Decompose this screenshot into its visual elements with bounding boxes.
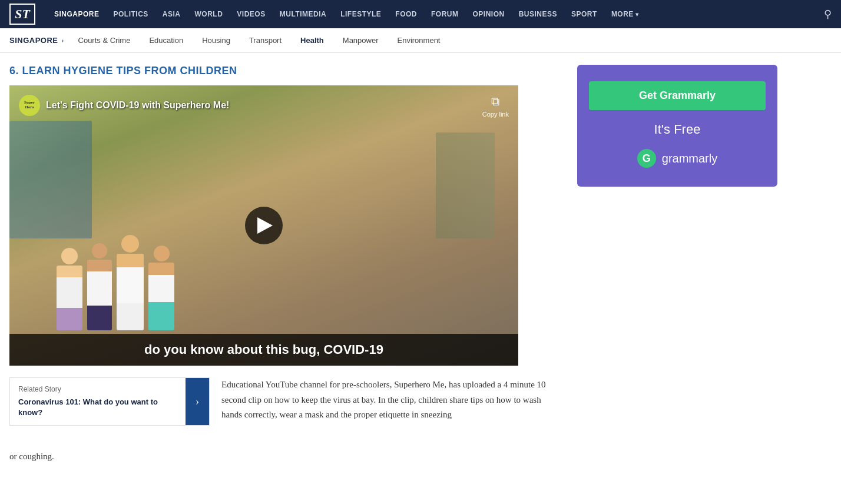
sub-nav-education[interactable]: Education xyxy=(140,28,193,53)
article-footer-text: or coughing. xyxy=(9,449,563,465)
sub-nav-transport[interactable]: Transport xyxy=(240,28,291,53)
child-2 xyxy=(87,243,112,330)
head-1 xyxy=(61,248,78,264)
search-icon[interactable]: ⚲ xyxy=(824,8,832,21)
play-button[interactable] xyxy=(245,207,283,244)
nav-more[interactable]: MORE ▾ xyxy=(604,0,646,28)
body-2 xyxy=(87,260,112,330)
head-2 xyxy=(92,243,107,258)
top-nav-links: SINGAPORE POLITICS ASIA WORLD VIDEOS MUL… xyxy=(47,0,824,28)
nav-politics[interactable]: POLITICS xyxy=(107,0,155,28)
nav-multimedia[interactable]: MULTIMEDIA xyxy=(273,0,333,28)
nav-opinion[interactable]: OPINION xyxy=(466,0,512,28)
related-story-title: Coronavirus 101: What do you want to kno… xyxy=(18,397,177,418)
main-content: 6. LEARN HYGIENE TIPS FROM CHILDREN xyxy=(9,65,563,465)
bookshelf-right xyxy=(436,132,495,238)
copy-link-label: Copy link xyxy=(482,111,509,118)
video-subtitle: do you know about this bug, COVID-19 xyxy=(9,334,518,366)
related-story-arrow-button[interactable]: › xyxy=(186,378,209,425)
chevron-right-icon: › xyxy=(62,36,64,45)
its-free-text: It's Free xyxy=(654,122,701,137)
head-4 xyxy=(154,246,170,261)
article-section-title: 6. LEARN HYGIENE TIPS FROM CHILDREN xyxy=(9,65,563,77)
main-layout: 6. LEARN HYGIENE TIPS FROM CHILDREN xyxy=(0,53,841,465)
video-player[interactable]: SuperHero Let's Fight COVID-19 with Supe… xyxy=(9,85,518,366)
child-3 xyxy=(117,235,144,330)
bookshelf-left xyxy=(9,121,92,238)
grammarly-name: grammarly xyxy=(662,152,717,165)
nav-food[interactable]: FOOD xyxy=(388,0,424,28)
grammarly-ad: Get Grammarly It's Free G grammarly xyxy=(577,65,777,187)
chevron-down-icon: ▾ xyxy=(635,11,639,18)
body-1 xyxy=(57,266,82,330)
grammarly-logo-row: G grammarly xyxy=(637,149,717,168)
article-body-text: Educational YouTube channel for pre-scho… xyxy=(221,377,563,423)
nav-business[interactable]: BUSINESS xyxy=(512,0,564,28)
sidebar: Get Grammarly It's Free G grammarly xyxy=(577,65,789,465)
children-figures xyxy=(57,235,174,330)
sub-nav-section[interactable]: SINGAPORE xyxy=(9,36,62,45)
top-navigation: ST SINGAPORE POLITICS ASIA WORLD VIDEOS … xyxy=(0,0,841,28)
body-4 xyxy=(148,263,174,330)
nav-world[interactable]: WORLD xyxy=(188,0,230,28)
copy-icon: ⧉ xyxy=(491,95,499,108)
nav-forum[interactable]: FORUM xyxy=(424,0,466,28)
child-1 xyxy=(57,248,82,330)
related-story-label: Related Story xyxy=(18,385,177,393)
get-grammarly-button[interactable]: Get Grammarly xyxy=(589,81,766,110)
sub-nav-environment[interactable]: Environment xyxy=(388,28,450,53)
nav-singapore[interactable]: SINGAPORE xyxy=(47,0,107,28)
nav-sport[interactable]: SPORT xyxy=(564,0,604,28)
copy-link-button[interactable]: ⧉ Copy link xyxy=(482,95,509,118)
sub-nav-manpower[interactable]: Manpower xyxy=(333,28,388,53)
grammarly-logo-icon: G xyxy=(637,149,656,168)
channel-logo: SuperHero xyxy=(19,95,40,116)
related-story-content: Related Story Coronavirus 101: What do y… xyxy=(10,378,186,425)
sub-nav-health[interactable]: Health xyxy=(291,28,333,53)
play-triangle-icon xyxy=(257,217,273,234)
nav-videos[interactable]: VIDEOS xyxy=(230,0,272,28)
chevron-right-icon: › xyxy=(196,396,199,408)
head-3 xyxy=(121,235,139,253)
site-logo[interactable]: ST xyxy=(9,4,35,25)
article-row: Related Story Coronavirus 101: What do y… xyxy=(9,377,563,437)
sub-navigation: SINGAPORE › Courts & Crime Education Hou… xyxy=(0,28,841,53)
video-overlay-header: SuperHero Let's Fight COVID-19 with Supe… xyxy=(19,95,229,116)
channel-logo-text: SuperHero xyxy=(24,101,35,110)
nav-asia[interactable]: ASIA xyxy=(155,0,188,28)
child-4 xyxy=(148,246,174,330)
video-title: Let's Fight COVID-19 with Superhero Me! xyxy=(46,100,229,111)
related-story-block: Related Story Coronavirus 101: What do y… xyxy=(9,377,210,426)
sub-nav-housing[interactable]: Housing xyxy=(193,28,240,53)
body-3 xyxy=(117,254,144,330)
nav-lifestyle[interactable]: LIFESTYLE xyxy=(333,0,388,28)
sub-nav-links: Courts & Crime Education Housing Transpo… xyxy=(69,28,450,53)
sub-nav-courts-crime[interactable]: Courts & Crime xyxy=(69,28,140,53)
